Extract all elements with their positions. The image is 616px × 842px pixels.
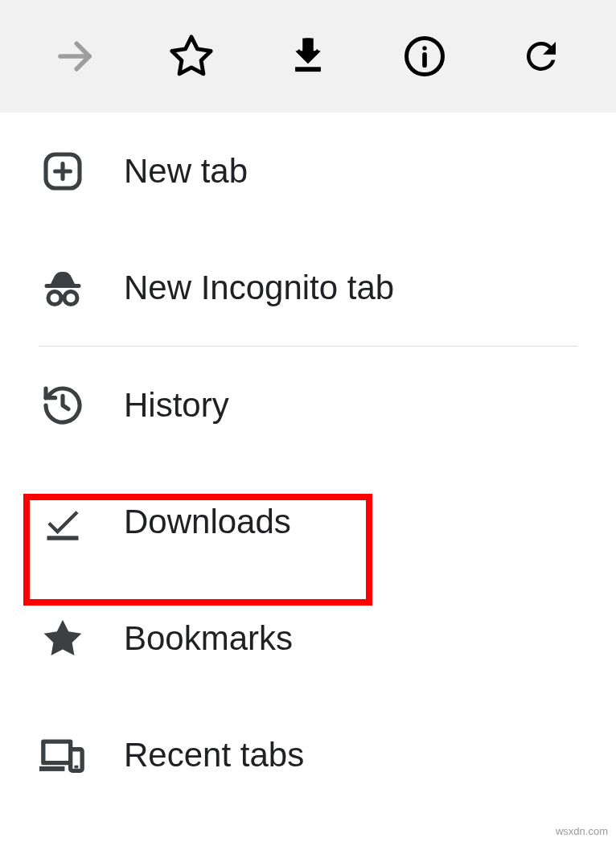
svg-rect-15 bbox=[47, 536, 79, 540]
reload-button[interactable] bbox=[517, 32, 565, 80]
star-filled-icon bbox=[39, 614, 87, 663]
svg-rect-4 bbox=[295, 68, 321, 72]
incognito-icon bbox=[39, 264, 87, 312]
svg-point-13 bbox=[64, 291, 77, 304]
menu-item-downloads[interactable]: Downloads bbox=[0, 463, 616, 580]
reload-icon bbox=[517, 32, 565, 80]
devices-icon bbox=[39, 731, 87, 779]
download-icon bbox=[284, 32, 332, 80]
menu-item-bookmarks[interactable]: Bookmarks bbox=[0, 580, 616, 696]
svg-marker-1 bbox=[172, 37, 211, 74]
forward-icon bbox=[51, 32, 99, 80]
menu-item-new-tab[interactable]: New tab bbox=[0, 113, 616, 229]
svg-marker-14 bbox=[47, 511, 78, 534]
menu-label-new-tab: New tab bbox=[124, 152, 248, 191]
info-icon bbox=[400, 32, 449, 80]
menu-label-incognito: New Incognito tab bbox=[124, 269, 394, 307]
svg-rect-17 bbox=[43, 741, 71, 763]
svg-point-12 bbox=[48, 291, 61, 304]
menu-label-bookmarks: Bookmarks bbox=[124, 619, 293, 658]
done-icon bbox=[39, 498, 87, 546]
plus-box-icon bbox=[39, 147, 87, 195]
svg-marker-3 bbox=[295, 39, 321, 64]
menu-item-incognito[interactable]: New Incognito tab bbox=[0, 229, 616, 346]
menu-list: New tab New Incognito tab History bbox=[0, 113, 616, 813]
menu-label-history: History bbox=[124, 386, 229, 425]
bookmark-button[interactable] bbox=[167, 32, 216, 80]
svg-marker-16 bbox=[44, 619, 82, 655]
info-button[interactable] bbox=[400, 32, 449, 80]
forward-button[interactable] bbox=[51, 32, 99, 80]
menu-item-recent-tabs[interactable]: Recent tabs bbox=[0, 696, 616, 813]
toolbar bbox=[0, 0, 616, 113]
menu-label-recent-tabs: Recent tabs bbox=[124, 736, 304, 774]
svg-rect-11 bbox=[45, 284, 81, 288]
star-icon bbox=[167, 32, 216, 80]
svg-point-7 bbox=[422, 46, 426, 50]
download-button[interactable] bbox=[284, 32, 332, 80]
menu-item-history[interactable]: History bbox=[0, 347, 616, 463]
watermark: wsxdn.com bbox=[556, 825, 608, 837]
history-icon bbox=[39, 381, 87, 429]
menu-label-downloads: Downloads bbox=[124, 503, 291, 541]
